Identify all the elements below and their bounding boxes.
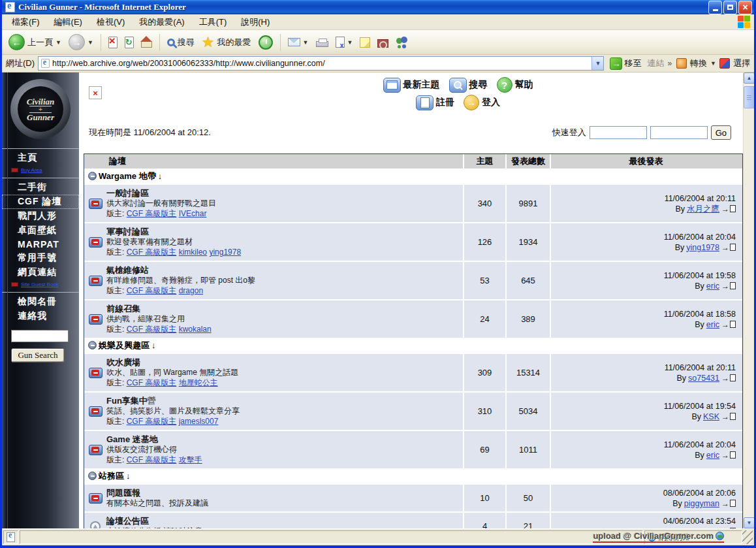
refresh-button[interactable]	[122, 35, 136, 50]
menu-item[interactable]: 編輯(E)	[47, 14, 89, 30]
menu-item[interactable]: 檔案(F)	[5, 14, 47, 30]
forum-name-link[interactable]: 氣槍維修站	[106, 265, 149, 275]
goto-lastpost-icon[interactable]	[721, 242, 736, 253]
vertical-scrollbar[interactable]: ▲ ▼	[743, 73, 754, 528]
address-input[interactable]	[52, 59, 591, 68]
navbtn-login[interactable]: 登入	[464, 95, 500, 110]
moderator-link[interactable]: ying1978	[209, 248, 241, 257]
forum-name-link[interactable]: Fun享集中營	[106, 396, 156, 406]
collapse-arrow[interactable]: ↓	[126, 471, 131, 481]
history-button[interactable]	[256, 34, 276, 51]
menu-item[interactable]: 說明(H)	[234, 14, 277, 30]
lastpost-user-link[interactable]: ying1978	[686, 242, 719, 253]
links-chevron-icon[interactable]: »	[667, 59, 672, 68]
minimize-button[interactable]	[708, 1, 722, 14]
moderator-link[interactable]: CGF 高級版主	[127, 378, 177, 387]
messenger-button[interactable]	[393, 35, 411, 50]
back-button[interactable]: ← 上一頁 ▼	[6, 33, 64, 52]
quick-login-password-input[interactable]	[650, 126, 708, 139]
close-button[interactable]: ×	[738, 1, 752, 14]
goto-lastpost-icon[interactable]	[721, 450, 736, 460]
collapse-arrow[interactable]: ↓	[151, 340, 156, 350]
lastpost-user-link[interactable]: eric	[706, 450, 719, 460]
mail-dropdown-icon[interactable]: ▼	[303, 39, 309, 46]
goto-lastpost-icon[interactable]	[721, 281, 736, 291]
forward-dropdown-icon[interactable]: ▼	[87, 39, 93, 46]
menu-item[interactable]: 我的最愛(A)	[132, 14, 191, 30]
collapse-icon[interactable]	[88, 341, 97, 349]
sidebar-item[interactable]: 主頁	[2, 148, 79, 165]
moderator-link[interactable]: IVEchar	[179, 209, 207, 218]
moderator-link[interactable]: 攻擊手	[179, 455, 202, 464]
scrollbar-thumb[interactable]	[744, 86, 754, 108]
quick-login-go-button[interactable]: Go	[711, 125, 731, 140]
sidebar-item[interactable]: 卓面壁紙	[2, 223, 79, 238]
forum-name-link[interactable]: 問題匯報	[106, 488, 140, 498]
lastpost-user-link[interactable]: eric	[706, 281, 719, 291]
sidebar-item[interactable]: 戰鬥人形	[2, 209, 79, 223]
forward-button[interactable]: → ▼	[66, 33, 96, 52]
goto-lastpost-icon[interactable]	[721, 204, 736, 214]
quick-login-username-input[interactable]	[590, 126, 647, 139]
navbtn-topics[interactable]: 最新主題	[383, 77, 440, 93]
links-label[interactable]: 連結	[647, 57, 664, 69]
select-button[interactable]: 選擇	[733, 57, 750, 69]
home-button[interactable]	[138, 35, 155, 49]
forum-name-link[interactable]: Game 迷基地	[106, 434, 158, 444]
forum-name-link[interactable]: 論壇公告區	[106, 516, 149, 526]
moderator-link[interactable]: CGF 高級版主	[127, 417, 177, 426]
goto-lastpost-icon[interactable]	[721, 373, 736, 383]
moderator-link[interactable]: jamesls007	[179, 417, 219, 426]
moderator-link[interactable]: CGF 高級版主	[127, 209, 177, 218]
moderator-link[interactable]: dragon	[179, 286, 203, 295]
favorites-button[interactable]: ★ 我的最愛	[199, 35, 254, 50]
navbtn-help[interactable]: 幫助	[497, 77, 533, 93]
moderator-link[interactable]: CGF 高級版主	[127, 455, 177, 464]
navbtn-search[interactable]: 搜尋	[449, 77, 488, 93]
forum-name-link[interactable]: 一般討論區	[106, 188, 149, 198]
sidebar-item[interactable]: 網頁連結	[2, 265, 79, 280]
edit-dropdown-icon[interactable]: ▼	[347, 39, 353, 46]
moderator-link[interactable]: CGF 高級版主	[127, 325, 177, 334]
sidebar-item[interactable]: CGF 論壇	[2, 195, 79, 209]
goto-lastpost-icon[interactable]	[721, 498, 736, 509]
sidebar-item[interactable]: 連絡我	[2, 309, 79, 323]
address-combo[interactable]: ▼	[38, 56, 604, 71]
lastpost-user-link[interactable]: piggyman	[684, 498, 719, 509]
menu-item[interactable]: 工具(T)	[192, 14, 234, 30]
sidebar-tiny-link[interactable]: Site Guest Book	[2, 280, 79, 289]
forum-name-link[interactable]: 吹水廣場	[106, 357, 140, 367]
resize-grip[interactable]	[742, 530, 753, 544]
lastpost-user-link[interactable]: eric	[706, 319, 719, 330]
moderator-link[interactable]: CGF 高級版主	[127, 248, 177, 257]
discuss-button[interactable]	[357, 36, 373, 49]
back-dropdown-icon[interactable]: ▼	[55, 39, 61, 46]
collapse-arrow[interactable]: ↓	[158, 171, 163, 181]
edit-button[interactable]: ▼	[333, 35, 356, 49]
print-button[interactable]	[313, 36, 331, 48]
sidebar-item[interactable]: 常用手號	[2, 251, 79, 265]
forum-name-link[interactable]: 軍事討論區	[106, 227, 149, 236]
maximize-button[interactable]	[723, 1, 737, 14]
goto-lastpost-icon[interactable]	[721, 319, 736, 330]
moderator-link[interactable]: kimkileo	[179, 248, 207, 257]
search-button[interactable]: 搜尋	[165, 35, 197, 50]
moderator-link[interactable]: 地厘蛇公主	[179, 378, 218, 387]
address-dropdown-icon[interactable]: ▼	[591, 57, 603, 70]
gun-search-input[interactable]	[11, 330, 69, 342]
gun-search-button[interactable]: Gun Search	[11, 348, 65, 363]
moderator-link[interactable]: CGF 高級版主	[127, 286, 177, 295]
collapse-icon[interactable]	[88, 172, 97, 180]
navbtn-register[interactable]: 註冊	[416, 95, 454, 110]
sidebar-item[interactable]: MARPAT	[2, 238, 79, 251]
go-button[interactable]: → 移至	[607, 57, 644, 71]
forum-name-link[interactable]: 前線召集	[106, 304, 140, 314]
lastpost-user-link[interactable]: so75431	[688, 373, 719, 383]
translate-dropdown-icon[interactable]: ▼	[710, 60, 716, 67]
lastpost-user-link[interactable]: 水月之鷹	[687, 204, 719, 214]
scroll-down-icon[interactable]: ▼	[744, 517, 754, 528]
menu-item[interactable]: 檢視(V)	[89, 14, 132, 30]
collapse-icon[interactable]	[88, 472, 97, 480]
mail-button[interactable]: ▼	[285, 37, 311, 48]
sidebar-item[interactable]: 二手街	[2, 178, 79, 195]
